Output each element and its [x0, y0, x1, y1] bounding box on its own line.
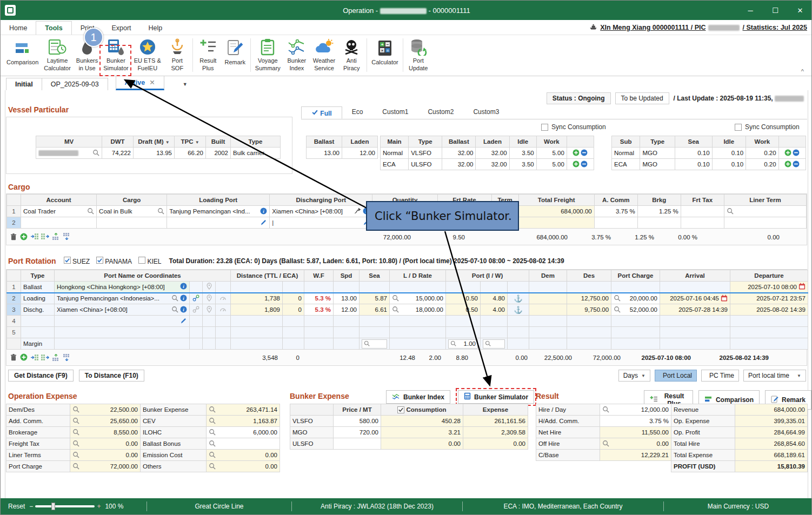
pr-dist-ttl[interactable]: 1,809	[231, 304, 283, 316]
calendar-icon[interactable]	[798, 283, 806, 291]
pc-time-toggle[interactable]: PC Time	[701, 370, 739, 382]
pr-des[interactable]: 12,750.00	[567, 293, 611, 304]
cargo-rownum[interactable]: 2	[7, 217, 21, 229]
ribbon-remark-button[interactable]: Remark	[222, 37, 249, 73]
pr-port-cell[interactable]	[55, 338, 190, 350]
pr-gauge-icon-cell[interactable]	[216, 304, 231, 316]
menu-export[interactable]: Export	[103, 22, 139, 35]
search-icon[interactable]	[450, 340, 456, 347]
opex-value[interactable]: 25,650.00	[70, 416, 141, 427]
pr-port-charge[interactable]	[611, 282, 660, 293]
pr-port-i[interactable]: 0.50	[446, 304, 481, 316]
search-icon[interactable]	[364, 340, 370, 347]
add-row-icon[interactable]	[784, 149, 791, 157]
link-icon[interactable]	[192, 307, 199, 314]
cargo-a-comm-cell[interactable]: 3.75 %	[594, 206, 637, 217]
search-icon[interactable]	[171, 295, 178, 303]
get-distance-button[interactable]: Get Distance (F9)	[8, 370, 74, 382]
canal-kiel[interactable]: KIEL	[138, 257, 161, 265]
search-icon[interactable]	[485, 340, 491, 347]
pr-departure[interactable]	[730, 316, 808, 327]
to-distance-button[interactable]: To Distance (F10)	[79, 370, 144, 382]
cargo-cargo-cell[interactable]	[97, 217, 167, 229]
search-icon[interactable]	[209, 406, 216, 414]
checkbox-icon[interactable]	[735, 124, 742, 131]
opex-value[interactable]	[207, 438, 280, 450]
pr-port-cell[interactable]: Xiamen <China> [+08:00]i	[55, 304, 190, 316]
pr-wf[interactable]: 5.3 %	[304, 304, 334, 316]
bunker-price[interactable]: 720.00	[334, 427, 381, 438]
bunker-price[interactable]: 580.00	[334, 416, 381, 427]
cargo-rownum[interactable]: 1	[7, 206, 21, 217]
cargo-account-cell[interactable]	[21, 217, 97, 229]
pr-gauge-icon-cell[interactable]	[216, 293, 231, 304]
add-row-icon[interactable]	[20, 233, 28, 242]
menu-home[interactable]: Home	[1, 22, 36, 35]
cargo-liner-term-cell[interactable]	[724, 217, 806, 229]
cargo-total-freight-cell[interactable]: 684,000.00	[518, 206, 594, 217]
gauge-icon[interactable]	[219, 296, 227, 303]
anchor-icon[interactable]: ⚓	[514, 306, 522, 314]
pr-dem[interactable]	[529, 316, 567, 327]
pr-sea[interactable]	[360, 327, 390, 338]
pr-ld-rate[interactable]	[390, 327, 446, 338]
pr-arrival[interactable]: 2025-07-16 04:45	[660, 293, 730, 304]
opex-value[interactable]: 0.00	[207, 450, 280, 461]
pr-dist-ttl[interactable]	[231, 282, 283, 293]
pr-rownum[interactable]	[7, 338, 21, 350]
pr-ld-rate[interactable]: 15,000.00	[390, 293, 446, 304]
search-icon[interactable]	[727, 208, 734, 216]
opex-value[interactable]: 6,000.00	[207, 427, 280, 438]
sync-consumption-right[interactable]: Sync Consumption	[735, 123, 800, 131]
info-icon[interactable]: i	[260, 208, 267, 216]
add-row-icon[interactable]	[20, 353, 28, 362]
cons-cell[interactable]: 0.10	[712, 148, 746, 159]
opex-value[interactable]: 0.00	[70, 450, 141, 461]
search-icon[interactable]	[72, 406, 79, 414]
port-local-toggle[interactable]: Port Local	[655, 370, 697, 382]
result-value[interactable]: 11,550.00	[600, 427, 671, 438]
tab-list-caret-icon[interactable]: ▼	[183, 82, 188, 90]
pr-port-cell[interactable]	[55, 327, 190, 338]
pr-sea[interactable]: 6.61	[360, 304, 390, 316]
pr-des[interactable]	[567, 282, 611, 293]
pin-icon[interactable]	[206, 296, 212, 303]
cons-cell[interactable]: 32.00	[442, 148, 476, 159]
insert-above-icon[interactable]	[52, 233, 60, 241]
cons-cell[interactable]: 32.00	[476, 148, 509, 159]
pr-des[interactable]	[567, 316, 611, 327]
pr-sea[interactable]: 5.87	[360, 293, 390, 304]
pr-ld-rate[interactable]	[390, 338, 446, 350]
search-icon[interactable]	[87, 208, 94, 216]
pr-port-w[interactable]	[481, 327, 508, 338]
bunker-index-button[interactable]: Bunker Index	[386, 390, 450, 404]
cargo-account-cell[interactable]: Coal Trader	[21, 206, 97, 217]
pr-port-i[interactable]: 0.50	[446, 293, 481, 304]
checkbox-icon[interactable]	[138, 257, 145, 264]
pr-port-w[interactable]	[481, 282, 508, 293]
days-dropdown[interactable]: Days▼	[618, 370, 650, 382]
pr-type-cell[interactable]	[21, 327, 55, 338]
bunker-price[interactable]	[334, 438, 381, 450]
search-icon[interactable]	[72, 429, 79, 437]
pr-ld-rate[interactable]: 18,000.00	[390, 304, 446, 316]
pr-dem[interactable]	[529, 282, 567, 293]
search-icon[interactable]	[171, 306, 178, 314]
pr-departure[interactable]: 2025-07-21 23:57	[730, 293, 808, 304]
result-value[interactable]: 12,000.00	[600, 404, 671, 416]
bunker-consumption[interactable]: 450.28	[381, 416, 463, 427]
pr-port-w[interactable]: 4.00	[481, 304, 508, 316]
cons-cell[interactable]: 5.00	[536, 159, 567, 170]
search-icon[interactable]	[72, 417, 79, 425]
pr-port-i[interactable]	[446, 316, 481, 327]
pr-rownum[interactable]: 2	[7, 293, 21, 304]
canal-panama[interactable]: PANAMA	[96, 257, 132, 265]
pr-spd[interactable]	[334, 338, 360, 350]
search-icon[interactable]	[209, 417, 216, 425]
pr-ld-rate[interactable]	[390, 316, 446, 327]
pin-icon[interactable]	[206, 284, 212, 291]
pr-ld-rate[interactable]	[390, 282, 446, 293]
pr-spd[interactable]	[334, 282, 360, 293]
pr-port-cell[interactable]: Hongkong <China Hongkong> [+08:00]i	[55, 282, 190, 293]
pr-departure[interactable]	[730, 338, 808, 350]
